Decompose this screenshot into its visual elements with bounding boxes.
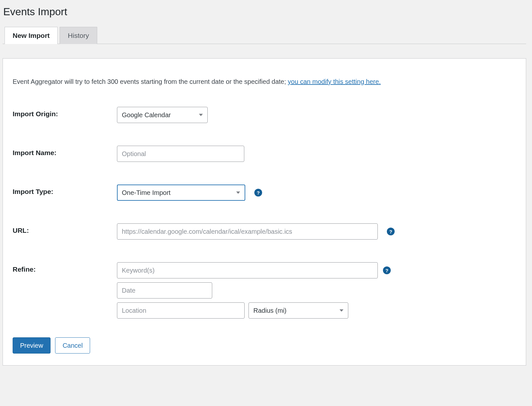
row-import-type: Import Type: One-Time Import ?: [13, 185, 516, 201]
chevron-down-icon: [340, 310, 343, 312]
import-panel: Event Aggregator will try to fetch 300 e…: [3, 58, 526, 366]
location-input[interactable]: [117, 302, 245, 319]
form-actions: Preview Cancel: [13, 337, 516, 354]
help-icon[interactable]: ?: [254, 189, 262, 197]
row-url: URL: ?: [13, 223, 516, 240]
chevron-down-icon: [236, 192, 240, 194]
cancel-button[interactable]: Cancel: [55, 337, 90, 354]
radius-select[interactable]: Radius (mi): [249, 302, 348, 319]
intro-settings-link[interactable]: you can modify this setting here.: [288, 78, 381, 85]
keywords-input[interactable]: [117, 262, 378, 278]
import-origin-value: Google Calendar: [122, 111, 171, 119]
row-refine: Refine: ? Radius (mi): [13, 262, 516, 319]
import-name-input[interactable]: [117, 146, 244, 162]
chevron-down-icon: [199, 114, 203, 116]
import-origin-select[interactable]: Google Calendar: [117, 107, 208, 123]
tab-new-import[interactable]: New Import: [5, 27, 58, 44]
help-icon[interactable]: ?: [383, 266, 391, 274]
label-import-name: Import Name:: [13, 149, 56, 156]
page-title: Events Import: [3, 6, 526, 18]
tab-history[interactable]: History: [60, 27, 97, 44]
import-type-select[interactable]: One-Time Import: [117, 185, 245, 201]
help-icon[interactable]: ?: [387, 228, 395, 235]
tabs: New Import History: [5, 27, 526, 44]
date-input[interactable]: [117, 282, 212, 299]
label-import-type: Import Type:: [13, 188, 53, 195]
radius-value: Radius (mi): [253, 307, 286, 314]
row-import-name: Import Name:: [13, 146, 516, 162]
label-refine: Refine:: [13, 265, 36, 273]
import-type-value: One-Time Import: [122, 189, 170, 197]
url-input[interactable]: [117, 223, 378, 240]
row-import-origin: Import Origin: Google Calendar: [13, 107, 516, 123]
label-import-origin: Import Origin:: [13, 110, 58, 118]
label-url: URL:: [13, 227, 29, 234]
preview-button[interactable]: Preview: [13, 337, 51, 354]
intro-text: Event Aggregator will try to fetch 300 e…: [13, 78, 516, 85]
intro-text-body: Event Aggregator will try to fetch 300 e…: [13, 78, 288, 85]
